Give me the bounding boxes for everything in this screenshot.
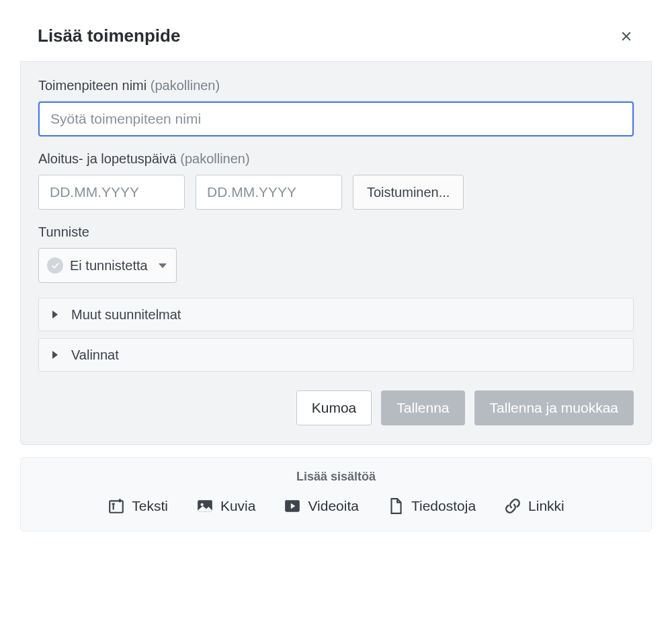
date-row: Toistuminen...: [38, 175, 634, 210]
close-icon: [620, 30, 632, 42]
start-date-input[interactable]: [38, 175, 185, 210]
chevron-down-icon: [159, 263, 167, 268]
dialog-header: Lisää toimenpide: [20, 13, 652, 62]
close-button[interactable]: [618, 28, 634, 44]
tag-dropdown[interactable]: Ei tunnistetta: [38, 248, 177, 283]
dates-required-hint: (pakollinen): [180, 151, 249, 166]
add-text-label: Teksti: [132, 498, 168, 514]
tag-field-block: Tunniste Ei tunnistetta: [38, 224, 634, 283]
dates-label-text: Aloitus- ja lopetuspäivä: [38, 151, 177, 166]
add-videos-label: Videoita: [308, 498, 359, 514]
checkmark-circle-icon: [47, 257, 63, 274]
name-field-block: Toimenpiteen nimi (pakollinen): [38, 78, 634, 136]
other-plans-label: Muut suunnitelmat: [71, 307, 181, 323]
image-icon: [196, 497, 214, 515]
add-link-label: Linkki: [528, 498, 564, 514]
chevron-right-icon: [52, 310, 58, 319]
link-icon: [504, 497, 521, 515]
collapsible-options[interactable]: Valinnat: [38, 338, 634, 372]
add-content-options: Teksti Kuvia Videoita: [38, 497, 634, 515]
dates-field-block: Aloitus- ja lopetuspäivä (pakollinen) To…: [38, 151, 634, 210]
add-images-label: Kuvia: [220, 498, 256, 514]
tag-label: Tunniste: [38, 224, 634, 240]
video-icon: [284, 497, 301, 515]
svg-point-8: [200, 503, 203, 506]
cancel-button[interactable]: Kumoa: [296, 390, 372, 425]
text-box-icon: [108, 497, 125, 515]
chevron-right-icon: [52, 351, 58, 359]
save-button[interactable]: Tallenna: [381, 390, 464, 425]
recurrence-button[interactable]: Toistuminen...: [353, 175, 464, 210]
add-content-title: Lisää sisältöä: [38, 470, 634, 484]
svg-rect-2: [110, 501, 123, 512]
add-files-label: Tiedostoja: [411, 498, 476, 514]
button-row: Kumoa Tallenna Tallenna ja muokkaa: [38, 390, 634, 425]
end-date-input[interactable]: [196, 175, 342, 210]
add-link-option[interactable]: Linkki: [504, 497, 564, 515]
add-text-option[interactable]: Teksti: [108, 497, 168, 515]
dialog-body: Toimenpiteen nimi (pakollinen) Aloitus- …: [20, 62, 652, 445]
file-icon: [387, 497, 405, 515]
name-input[interactable]: [38, 101, 634, 136]
add-action-dialog: Lisää toimenpide Toimenpiteen nimi (pako…: [20, 13, 652, 532]
options-label: Valinnat: [71, 347, 119, 363]
tag-selected-label: Ei tunnistetta: [70, 258, 148, 274]
dates-label: Aloitus- ja lopetuspäivä (pakollinen): [38, 151, 634, 167]
collapsible-other-plans[interactable]: Muut suunnitelmat: [38, 298, 634, 331]
name-label-text: Toimenpiteen nimi: [38, 78, 146, 93]
save-and-edit-button[interactable]: Tallenna ja muokkaa: [474, 390, 634, 425]
add-files-option[interactable]: Tiedostoja: [387, 497, 476, 515]
dialog-title: Lisää toimenpide: [38, 26, 180, 46]
name-label: Toimenpiteen nimi (pakollinen): [38, 78, 634, 93]
name-required-hint: (pakollinen): [151, 78, 220, 93]
add-content-panel: Lisää sisältöä Teksti Kuvia: [20, 457, 652, 532]
add-videos-option[interactable]: Videoita: [284, 497, 359, 515]
add-images-option[interactable]: Kuvia: [196, 497, 256, 515]
